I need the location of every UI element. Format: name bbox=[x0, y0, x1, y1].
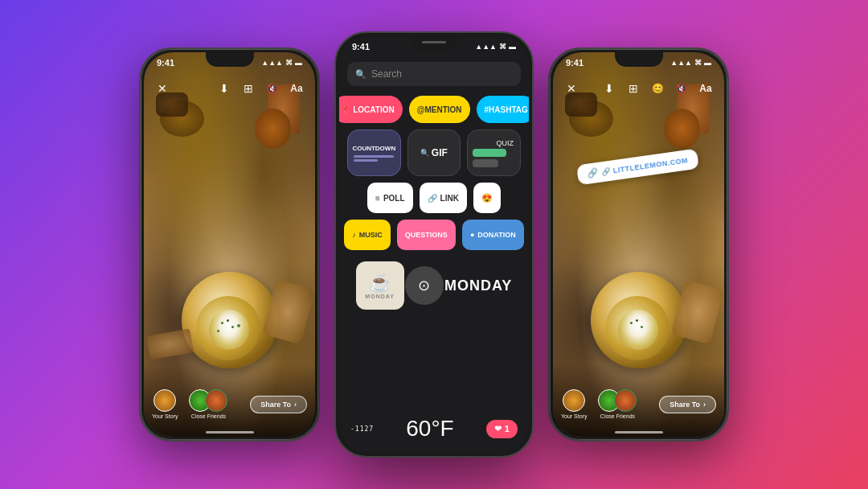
countdown-sticker[interactable]: COUNTDOWN bbox=[347, 129, 401, 176]
emoji-slider-sticker[interactable]: 😍 bbox=[473, 183, 501, 213]
gif-search-inner: 🔍 GIF bbox=[420, 147, 448, 158]
phone-status-bottom: -1127 60°F ❤ 1 bbox=[339, 405, 529, 453]
monday-label: MONDAY bbox=[444, 277, 512, 294]
story-bottom-left: Your Story Close Friends Share To › bbox=[144, 364, 315, 437]
text-tool-left[interactable]: Aa bbox=[288, 80, 305, 97]
status-time: 9:41 bbox=[157, 58, 174, 68]
status-time-middle: 9:41 bbox=[352, 42, 370, 51]
download-icon-right[interactable]: ⬇ bbox=[600, 80, 618, 97]
search-icon: 🔍 bbox=[355, 69, 366, 80]
pull-handle[interactable] bbox=[422, 41, 446, 43]
your-story-item-r[interactable]: Your Story bbox=[561, 389, 587, 419]
sticker-panel: 🔍 Search 📍 LOCATION @MENTION #HASHTAG bbox=[339, 59, 529, 453]
link-icon: 🔗 bbox=[428, 194, 437, 203]
day-sticker[interactable]: ☕ MONDAY bbox=[356, 261, 404, 310]
sticker-row-4: ♪ MUSIC QUESTIONS ● DONATION bbox=[347, 220, 521, 250]
music-sticker[interactable]: ♪ MUSIC bbox=[344, 220, 391, 250]
share-to-label: Share To bbox=[260, 401, 291, 409]
your-story-item[interactable]: Your Story bbox=[152, 389, 178, 419]
wifi-icon-m: ⌘ bbox=[499, 43, 506, 51]
monday-text-sticker[interactable]: MONDAY bbox=[444, 277, 512, 294]
close-friends-avatar-2 bbox=[205, 389, 227, 412]
location-label: LOCATION bbox=[353, 105, 394, 114]
wifi-icon: ⌘ bbox=[285, 59, 293, 67]
close-button-right[interactable]: ✕ bbox=[563, 80, 580, 97]
countdown-line-1 bbox=[354, 155, 394, 158]
battery-icon-r: ▬ bbox=[704, 59, 711, 67]
link-sticker[interactable]: 🔗 LINK bbox=[420, 183, 467, 213]
donation-label: DONATION bbox=[477, 231, 515, 239]
signal-icon: ▲▲▲ bbox=[261, 59, 283, 67]
gif-label: GIF bbox=[432, 147, 448, 158]
sticker-search-bar[interactable]: 🔍 Search bbox=[347, 62, 521, 86]
story-bottom-right: Your Story Close Friends Share To › bbox=[553, 364, 724, 437]
quiz-container: QUIZ bbox=[473, 139, 515, 167]
sticker-row-2: COUNTDOWN 🔍 GIF QUIZ bbox=[347, 129, 521, 176]
story-toolbar-right: ✕ ⬇ ⊞ 😊 🔇 Aa bbox=[553, 75, 724, 102]
temperature-display: 60°F bbox=[406, 416, 453, 442]
donation-sticker[interactable]: ● DONATION bbox=[462, 220, 524, 250]
countdown-label: COUNTDOWN bbox=[352, 145, 395, 152]
questions-label: QUESTIONS bbox=[405, 231, 448, 239]
share-to-button-right[interactable]: Share To › bbox=[659, 396, 716, 413]
layout-icon-right[interactable]: ⊞ bbox=[624, 80, 642, 97]
search-placeholder: Search bbox=[371, 68, 402, 80]
mute-icon-left[interactable]: 🔇 bbox=[264, 80, 281, 97]
food-bowl-2 bbox=[255, 109, 291, 149]
close-friends-item[interactable]: Close Friends bbox=[189, 389, 227, 419]
text-tool-right[interactable]: Aa bbox=[697, 80, 714, 97]
food-bowl-r2 bbox=[664, 109, 700, 149]
like-badge[interactable]: ❤ 1 bbox=[486, 420, 518, 438]
close-friends-item-r[interactable]: Close Friends bbox=[598, 389, 637, 419]
gif-sticker[interactable]: 🔍 GIF bbox=[407, 129, 461, 176]
your-story-label: Your Story bbox=[152, 413, 178, 419]
music-note-icon: ♪ bbox=[352, 231, 356, 239]
quiz-bar bbox=[473, 149, 506, 157]
mention-sticker[interactable]: @MENTION bbox=[409, 96, 470, 123]
signal-icon-m: ▲▲▲ bbox=[475, 43, 497, 51]
share-to-label-r: Share To bbox=[669, 401, 700, 409]
close-button-left[interactable]: ✕ bbox=[154, 80, 171, 97]
share-to-button-left[interactable]: Share To › bbox=[250, 396, 307, 413]
layout-icon-left[interactable]: ⊞ bbox=[240, 80, 257, 97]
link-chain-icon: 🔗 bbox=[587, 167, 600, 179]
status-icons-right: ▲▲▲ ⌘ ▬ bbox=[670, 59, 711, 67]
mute-icon-right[interactable]: 🔇 bbox=[673, 80, 690, 97]
countdown-lines bbox=[354, 155, 394, 162]
heart-icon: ❤ bbox=[494, 424, 502, 434]
questions-sticker[interactable]: QUESTIONS bbox=[397, 220, 456, 250]
poll-sticker[interactable]: ≡ POLL bbox=[367, 183, 413, 213]
middle-phone: 9:41 ▲▲▲ ⌘ ▬ 🔍 Search 📍 LOCATION @MENTIO bbox=[334, 31, 534, 458]
notch bbox=[206, 52, 254, 67]
right-phone: 🔗 🔗 LITTLELEMON.COM 9:41 ▲▲▲ ⌘ ▬ ✕ ⬇ ⊞ 😊… bbox=[548, 47, 729, 442]
chevron-right-icon-r: › bbox=[703, 401, 706, 409]
poll-icon: ≡ bbox=[375, 194, 380, 203]
your-story-label-r: Your Story bbox=[561, 413, 587, 419]
your-story-avatar-r bbox=[563, 389, 585, 412]
home-indicator-left bbox=[206, 431, 254, 434]
status-icons-middle: ▲▲▲ ⌘ ▬ bbox=[475, 43, 516, 51]
notch-right bbox=[615, 52, 663, 67]
monday-day-label: MONDAY bbox=[365, 294, 394, 299]
emoji-icon-right[interactable]: 😊 bbox=[649, 80, 666, 97]
chevron-right-icon: › bbox=[294, 401, 297, 409]
close-friends-avatar-r2 bbox=[614, 389, 637, 412]
close-friends-label-r: Close Friends bbox=[600, 413, 635, 419]
music-label: MUSIC bbox=[359, 231, 383, 239]
location-sticker[interactable]: 📍 LOCATION bbox=[339, 96, 403, 123]
link-label: LINK bbox=[440, 194, 459, 203]
sticker-row-1: 📍 LOCATION @MENTION #HASHTAG bbox=[347, 96, 521, 123]
emoji-slider-icon: 😍 bbox=[481, 193, 493, 203]
quiz-label: QUIZ bbox=[473, 139, 515, 147]
hashtag-sticker[interactable]: #HASHTAG bbox=[477, 96, 529, 123]
quiz-sticker[interactable]: QUIZ bbox=[467, 129, 521, 176]
quiz-bar-2 bbox=[473, 159, 498, 167]
notch-middle bbox=[410, 36, 458, 51]
donation-dot-icon: ● bbox=[470, 231, 474, 239]
gif-search-icon: 🔍 bbox=[420, 149, 429, 157]
download-icon-left[interactable]: ⬇ bbox=[215, 80, 233, 97]
countdown-line-2 bbox=[354, 159, 378, 162]
status-time-right: 9:41 bbox=[566, 58, 583, 68]
your-story-avatar bbox=[154, 389, 176, 412]
camera-button[interactable]: ⊙ bbox=[405, 266, 444, 305]
